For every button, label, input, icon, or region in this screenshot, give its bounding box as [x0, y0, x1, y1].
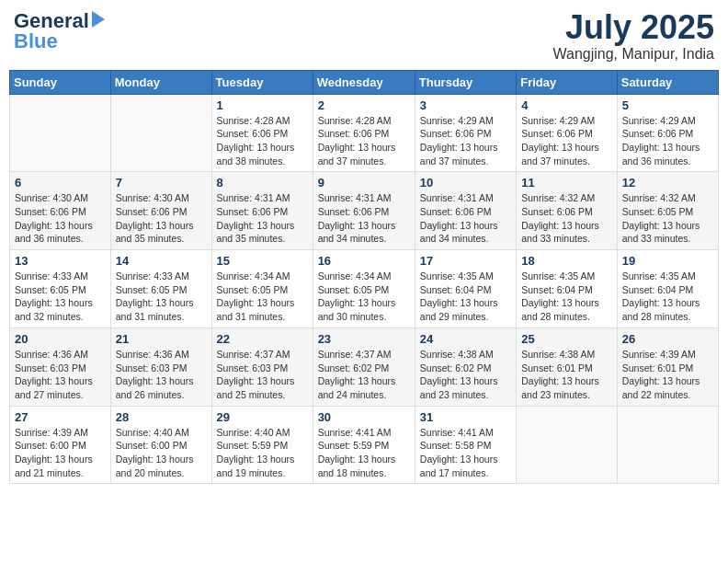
day-number: 9 — [318, 176, 410, 190]
day-info: Sunrise: 4:28 AM Sunset: 6:06 PM Dayligh… — [318, 114, 410, 168]
day-info: Sunrise: 4:37 AM Sunset: 6:03 PM Dayligh… — [217, 348, 308, 402]
header-monday: Monday — [110, 70, 211, 94]
header-saturday: Saturday — [617, 70, 718, 94]
day-number: 28 — [116, 410, 207, 424]
title-block: July 2025 Wangjing, Manipur, India — [552, 9, 714, 63]
day-number: 24 — [420, 332, 511, 346]
header-tuesday: Tuesday — [211, 70, 313, 94]
day-info: Sunrise: 4:39 AM Sunset: 6:01 PM Dayligh… — [622, 348, 713, 402]
day-info: Sunrise: 4:28 AM Sunset: 6:06 PM Dayligh… — [217, 114, 308, 168]
day-number: 11 — [521, 176, 612, 190]
day-info: Sunrise: 4:34 AM Sunset: 6:05 PM Dayligh… — [318, 270, 410, 324]
day-number: 22 — [217, 332, 308, 346]
day-number: 13 — [15, 254, 106, 268]
table-row — [10, 94, 111, 172]
day-info: Sunrise: 4:30 AM Sunset: 6:06 PM Dayligh… — [15, 191, 106, 246]
day-info: Sunrise: 4:38 AM Sunset: 6:02 PM Dayligh… — [420, 348, 511, 402]
table-row: 24Sunrise: 4:38 AM Sunset: 6:02 PM Dayli… — [415, 327, 516, 406]
day-number: 19 — [622, 254, 713, 268]
day-number: 10 — [420, 176, 511, 190]
day-number: 3 — [420, 98, 511, 112]
day-info: Sunrise: 4:30 AM Sunset: 6:06 PM Dayligh… — [116, 191, 207, 246]
table-row: 1Sunrise: 4:28 AM Sunset: 6:06 PM Daylig… — [211, 94, 313, 172]
day-info: Sunrise: 4:35 AM Sunset: 6:04 PM Dayligh… — [622, 270, 713, 324]
day-number: 21 — [116, 332, 207, 346]
month-title: July 2025 — [552, 9, 714, 46]
table-row: 12Sunrise: 4:32 AM Sunset: 6:05 PM Dayli… — [617, 172, 718, 250]
calendar-week-row: 6Sunrise: 4:30 AM Sunset: 6:06 PM Daylig… — [10, 172, 719, 250]
day-number: 5 — [622, 98, 713, 112]
logo-arrow-icon — [92, 11, 105, 28]
day-info: Sunrise: 4:36 AM Sunset: 6:03 PM Dayligh… — [116, 348, 207, 402]
day-number: 25 — [521, 332, 612, 346]
day-info: Sunrise: 4:40 AM Sunset: 5:59 PM Dayligh… — [217, 426, 308, 480]
location: Wangjing, Manipur, India — [552, 46, 714, 63]
day-info: Sunrise: 4:34 AM Sunset: 6:05 PM Dayligh… — [217, 270, 308, 324]
logo-blue-text: Blue — [14, 33, 58, 50]
day-info: Sunrise: 4:33 AM Sunset: 6:05 PM Dayligh… — [15, 270, 106, 324]
day-number: 14 — [116, 254, 207, 268]
day-info: Sunrise: 4:31 AM Sunset: 6:06 PM Dayligh… — [420, 191, 511, 246]
table-row: 16Sunrise: 4:34 AM Sunset: 6:05 PM Dayli… — [313, 250, 415, 328]
day-info: Sunrise: 4:33 AM Sunset: 6:05 PM Dayligh… — [116, 270, 207, 324]
day-info: Sunrise: 4:31 AM Sunset: 6:06 PM Dayligh… — [217, 191, 308, 246]
day-info: Sunrise: 4:37 AM Sunset: 6:02 PM Dayligh… — [318, 348, 410, 402]
table-row: 19Sunrise: 4:35 AM Sunset: 6:04 PM Dayli… — [617, 250, 718, 328]
table-row: 18Sunrise: 4:35 AM Sunset: 6:04 PM Dayli… — [517, 250, 618, 328]
day-number: 27 — [15, 410, 106, 424]
table-row: 17Sunrise: 4:35 AM Sunset: 6:04 PM Dayli… — [415, 250, 516, 328]
calendar-week-row: 20Sunrise: 4:36 AM Sunset: 6:03 PM Dayli… — [10, 327, 719, 406]
table-row: 22Sunrise: 4:37 AM Sunset: 6:03 PM Dayli… — [211, 327, 313, 406]
table-row — [110, 94, 211, 172]
day-info: Sunrise: 4:29 AM Sunset: 6:06 PM Dayligh… — [622, 114, 713, 168]
day-number: 4 — [521, 98, 612, 112]
header-thursday: Thursday — [415, 70, 516, 94]
day-info: Sunrise: 4:35 AM Sunset: 6:04 PM Dayligh… — [420, 270, 511, 324]
table-row: 30Sunrise: 4:41 AM Sunset: 5:59 PM Dayli… — [313, 406, 415, 484]
day-number: 29 — [217, 410, 308, 424]
page-header: General Blue July 2025 Wangjing, Manipur… — [9, 9, 719, 63]
day-number: 7 — [116, 176, 207, 190]
calendar-week-row: 13Sunrise: 4:33 AM Sunset: 6:05 PM Dayli… — [10, 250, 719, 328]
table-row: 20Sunrise: 4:36 AM Sunset: 6:03 PM Dayli… — [10, 327, 111, 406]
day-info: Sunrise: 4:35 AM Sunset: 6:04 PM Dayligh… — [521, 270, 612, 324]
table-row: 9Sunrise: 4:31 AM Sunset: 6:06 PM Daylig… — [313, 172, 415, 250]
day-info: Sunrise: 4:36 AM Sunset: 6:03 PM Dayligh… — [15, 348, 106, 402]
calendar-header-row: Sunday Monday Tuesday Wednesday Thursday… — [10, 70, 719, 94]
table-row: 3Sunrise: 4:29 AM Sunset: 6:06 PM Daylig… — [415, 94, 516, 172]
table-row: 26Sunrise: 4:39 AM Sunset: 6:01 PM Dayli… — [617, 327, 718, 406]
day-number: 26 — [622, 332, 713, 346]
table-row: 7Sunrise: 4:30 AM Sunset: 6:06 PM Daylig… — [110, 172, 211, 250]
header-friday: Friday — [517, 70, 618, 94]
day-number: 30 — [318, 410, 410, 424]
day-number: 6 — [15, 176, 106, 190]
table-row: 4Sunrise: 4:29 AM Sunset: 6:06 PM Daylig… — [517, 94, 618, 172]
day-info: Sunrise: 4:38 AM Sunset: 6:01 PM Dayligh… — [521, 348, 612, 402]
table-row: 21Sunrise: 4:36 AM Sunset: 6:03 PM Dayli… — [110, 327, 211, 406]
day-info: Sunrise: 4:39 AM Sunset: 6:00 PM Dayligh… — [15, 426, 106, 480]
day-number: 17 — [420, 254, 511, 268]
table-row — [617, 406, 718, 484]
table-row: 13Sunrise: 4:33 AM Sunset: 6:05 PM Dayli… — [10, 250, 111, 328]
table-row: 6Sunrise: 4:30 AM Sunset: 6:06 PM Daylig… — [10, 172, 111, 250]
table-row: 11Sunrise: 4:32 AM Sunset: 6:06 PM Dayli… — [517, 172, 618, 250]
day-info: Sunrise: 4:40 AM Sunset: 6:00 PM Dayligh… — [116, 426, 207, 480]
header-wednesday: Wednesday — [313, 70, 415, 94]
table-row: 15Sunrise: 4:34 AM Sunset: 6:05 PM Dayli… — [211, 250, 313, 328]
day-number: 12 — [622, 176, 713, 190]
day-number: 1 — [217, 98, 308, 112]
day-info: Sunrise: 4:29 AM Sunset: 6:06 PM Dayligh… — [420, 114, 511, 168]
day-number: 23 — [318, 332, 410, 346]
table-row: 27Sunrise: 4:39 AM Sunset: 6:00 PM Dayli… — [10, 406, 111, 484]
logo: General Blue — [14, 9, 105, 50]
table-row: 23Sunrise: 4:37 AM Sunset: 6:02 PM Dayli… — [313, 327, 415, 406]
day-number: 31 — [420, 410, 511, 424]
day-number: 20 — [15, 332, 106, 346]
table-row: 14Sunrise: 4:33 AM Sunset: 6:05 PM Dayli… — [110, 250, 211, 328]
table-row: 10Sunrise: 4:31 AM Sunset: 6:06 PM Dayli… — [415, 172, 516, 250]
table-row: 31Sunrise: 4:41 AM Sunset: 5:58 PM Dayli… — [415, 406, 516, 484]
day-info: Sunrise: 4:32 AM Sunset: 6:05 PM Dayligh… — [622, 191, 713, 246]
table-row — [517, 406, 618, 484]
day-info: Sunrise: 4:29 AM Sunset: 6:06 PM Dayligh… — [521, 114, 612, 168]
table-row: 8Sunrise: 4:31 AM Sunset: 6:06 PM Daylig… — [211, 172, 313, 250]
